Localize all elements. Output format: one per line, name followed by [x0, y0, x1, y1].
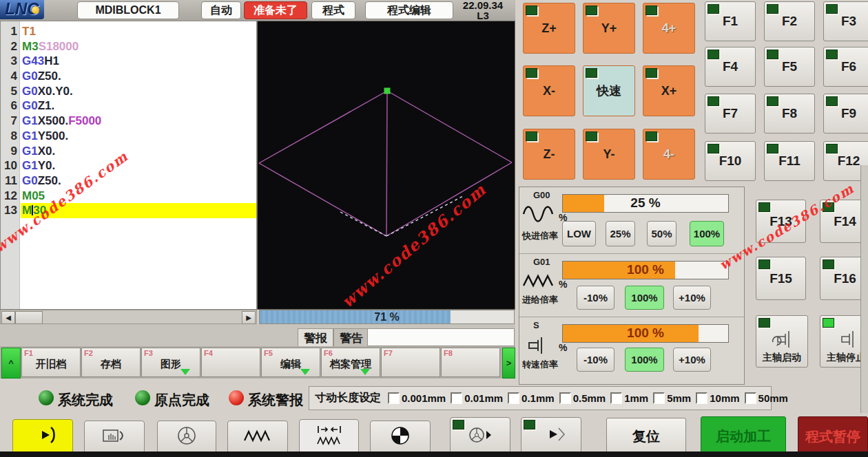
mode-button-incremental-jog[interactable] — [299, 419, 359, 454]
override-percent-label: 100 % — [563, 326, 728, 341]
override-button-minus10pct[interactable]: -10% — [577, 286, 614, 310]
progress-label: 71 % — [260, 310, 514, 323]
fkey-f8[interactable]: F8 — [764, 94, 815, 134]
dropdown-triangle-icon — [180, 369, 190, 375]
reset-button[interactable]: 复位 — [606, 418, 686, 455]
gcode-editor[interactable]: 1T12M3S180003G43H14G0Z50.5G0X0.Y0.6G0Z1.… — [0, 21, 257, 310]
code-token: G0 — [22, 70, 38, 83]
softkey-page-right-button[interactable]: > — [502, 348, 515, 379]
override-percent-label: 25 % — [563, 195, 728, 211]
mode-button-handwheel[interactable] — [157, 421, 216, 454]
top-bar: LNC MDIBLOCK1 自动 准备未了 程式 程式编辑 22.09.34 L… — [0, 0, 515, 21]
mode-button-single-block-hand[interactable] — [84, 421, 145, 454]
code-token: X0.Y0. — [38, 85, 73, 98]
tab-alarm-label: 警报 — [304, 330, 327, 346]
jog-button-y-minusplus[interactable]: Y+ — [583, 3, 635, 54]
fkey-label: F6 — [841, 59, 856, 74]
horizontal-scrollbar[interactable]: ◀ ▶ — [0, 310, 257, 324]
fkey-f7[interactable]: F7 — [705, 94, 756, 134]
fkey-f15[interactable]: F15 — [756, 257, 806, 300]
fkey-f3[interactable]: F3 — [823, 1, 868, 41]
override-button-low[interactable]: LOW — [562, 221, 596, 246]
softkey-f6[interactable]: F6档案管理 — [321, 348, 380, 377]
jog-length-option[interactable]: 1mm — [610, 392, 648, 404]
jog-length-option[interactable]: 0.5mm — [559, 392, 606, 404]
jog-button-label: Z+ — [541, 21, 557, 36]
jog-button-4-minus[interactable]: 4- — [643, 129, 695, 180]
jog-length-option[interactable]: 10mm — [696, 392, 739, 404]
fkey-f9[interactable]: F9 — [823, 94, 868, 134]
checkbox-label: 10mm — [710, 392, 739, 404]
tab-warning[interactable]: 警告 — [333, 328, 369, 347]
menu-program-edit[interactable]: 程式编辑 — [365, 1, 453, 19]
jog-length-option[interactable]: 0.01mm — [451, 392, 503, 404]
jog-button-z-minus[interactable]: Z- — [523, 129, 575, 180]
checkbox-icon[interactable] — [610, 392, 622, 404]
code-text: G0Z50. — [21, 69, 61, 84]
tab-alarm[interactable]: 警报 — [298, 328, 333, 347]
jog-length-option[interactable]: 50mm — [745, 392, 788, 404]
checkbox-icon[interactable] — [745, 392, 756, 404]
jog-button-4-minusplus[interactable]: 4+ — [643, 3, 695, 54]
jog-length-option[interactable]: 5mm — [653, 392, 691, 404]
auto-arrow-icon — [29, 423, 56, 449]
fkey-f10[interactable]: F10 — [705, 141, 756, 181]
override-button-50pct[interactable]: 50% — [647, 221, 676, 246]
softkey-f1[interactable]: F1开旧档 — [21, 348, 81, 377]
jog-length-option[interactable]: 0.001mm — [388, 392, 446, 404]
softkey-f7[interactable]: F7 — [381, 348, 440, 377]
override-button-label: 50% — [651, 228, 672, 240]
mode-button-auto-arrow[interactable] — [12, 419, 73, 454]
fkey-f11[interactable]: F11 — [764, 141, 815, 181]
fkey-f1[interactable]: F1 — [705, 1, 756, 41]
checkbox-icon[interactable] — [696, 392, 707, 404]
mode-button-handwheel-mode[interactable] — [450, 417, 510, 454]
jog-button-x-minus[interactable]: X- — [523, 65, 575, 116]
jog-button-rapid[interactable]: 快速 — [583, 65, 635, 116]
checkbox-icon[interactable] — [559, 392, 571, 404]
softkey-page-up-button[interactable]: ^ — [1, 348, 21, 379]
checkbox-icon[interactable] — [451, 392, 462, 404]
fkey-f6[interactable]: F6 — [823, 47, 868, 87]
handwheel-mode-icon — [465, 423, 495, 449]
softkey-f3[interactable]: F3图形 — [141, 348, 200, 377]
override-button-label: 100% — [694, 228, 720, 240]
fkey-f4[interactable]: F4 — [705, 47, 756, 87]
softkey-f2[interactable]: F2存档 — [81, 348, 141, 377]
checkbox-icon[interactable] — [508, 392, 519, 404]
override-button-100pct[interactable]: 100% — [625, 286, 664, 310]
override-button-100pct[interactable]: 100% — [625, 348, 664, 372]
override-button-25pct[interactable]: 25% — [606, 221, 635, 246]
fkey-led-indicator — [826, 50, 838, 59]
program-lines: 1T12M3S180003G43H14G0Z50.5G0X0.Y0.6G0Z1.… — [1, 24, 256, 218]
softkey-f4[interactable]: F4 — [201, 348, 260, 377]
mode-button-home-origin[interactable] — [370, 421, 431, 454]
jog-button-x-minusplus[interactable]: X+ — [643, 65, 695, 116]
jog-led-indicator — [586, 131, 597, 141]
softkey-f5[interactable]: F5编辑 — [261, 348, 320, 377]
mode-button-auto-mode[interactable] — [521, 417, 581, 454]
fkey-label: F4 — [723, 59, 738, 74]
fkey-f2[interactable]: F2 — [764, 1, 815, 41]
jog-button-z-minusplus[interactable]: Z+ — [523, 3, 575, 54]
override-unit-label: % — [559, 279, 567, 290]
code-token: G0 — [22, 99, 38, 112]
status-led-red — [229, 390, 244, 405]
jog-button-y-minus[interactable]: Y- — [583, 129, 635, 180]
scrollbar-thumb[interactable] — [15, 311, 43, 324]
mode-button-jog-zigzag[interactable] — [227, 421, 288, 454]
jog-length-option[interactable]: 0.1mm — [508, 392, 555, 404]
softkey-f8[interactable]: F8 — [441, 348, 500, 377]
scroll-left-icon[interactable]: ◀ — [1, 311, 15, 324]
checkbox-icon[interactable] — [653, 392, 665, 404]
code-text: G43H1 — [21, 54, 59, 69]
checkbox-icon[interactable] — [388, 392, 400, 404]
override-button-plus10pct[interactable]: +10% — [673, 348, 711, 372]
menu-program[interactable]: 程式 — [311, 1, 355, 19]
fkey-f5[interactable]: F5 — [764, 47, 815, 87]
override-button-100pct[interactable]: 100% — [690, 221, 724, 246]
override-button-plus10pct[interactable]: +10% — [673, 286, 711, 310]
override-button-minus10pct[interactable]: -10% — [577, 348, 614, 372]
scroll-right-icon[interactable]: ▶ — [242, 311, 256, 324]
spindle-start-button[interactable]: 主轴启动 — [756, 315, 808, 368]
